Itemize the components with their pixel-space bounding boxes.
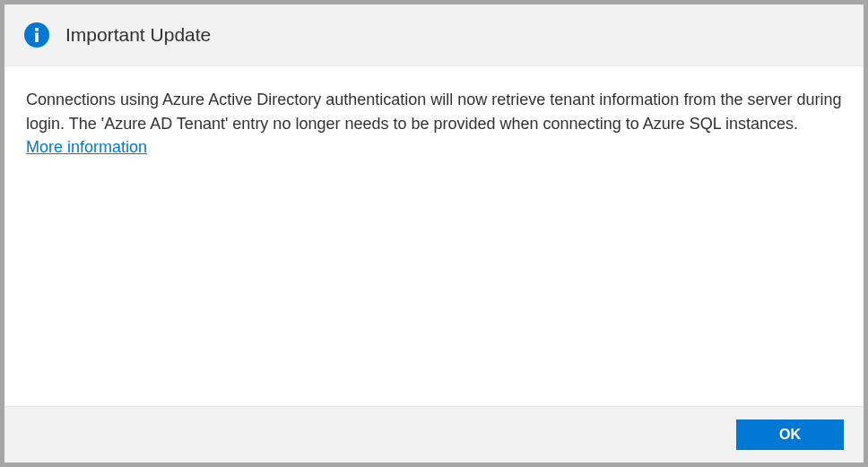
dialog-frame: Important Update Connections using Azure…: [0, 0, 868, 467]
info-icon: [24, 22, 49, 48]
more-information-link[interactable]: More information: [26, 138, 147, 157]
update-message: Connections using Azure Active Directory…: [26, 88, 842, 136]
svg-rect-2: [35, 33, 39, 43]
dialog-header: Important Update: [4, 4, 864, 66]
ok-button[interactable]: OK: [736, 419, 844, 450]
dialog-body: Connections using Azure Active Directory…: [4, 66, 864, 406]
dialog-footer: OK: [4, 406, 864, 463]
dialog-title: Important Update: [65, 24, 211, 46]
svg-rect-1: [35, 28, 39, 31]
